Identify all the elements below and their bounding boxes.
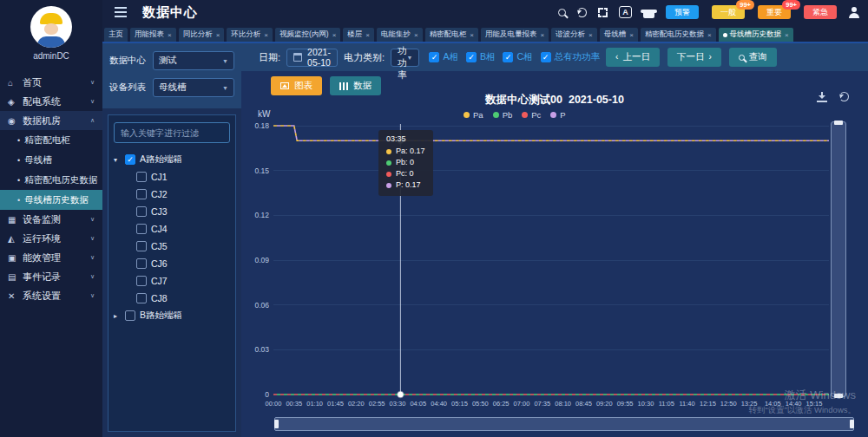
- hamburger-menu-icon[interactable]: [115, 11, 127, 13]
- tab-9[interactable]: 谐波分析×: [551, 28, 597, 42]
- sidebar-item-3[interactable]: ▦设备监测∨: [0, 210, 102, 229]
- sidebar-item-1[interactable]: ◈配电系统∨: [0, 92, 102, 111]
- sidebar-subitem-2-0[interactable]: •精密配电柜: [0, 130, 102, 150]
- tree-child-0-4[interactable]: CJ5: [114, 238, 230, 255]
- tree-child-0-7[interactable]: CJ8: [114, 290, 230, 307]
- datacenter-select[interactable]: 测试 ▼: [153, 51, 234, 70]
- legend-item-Pb[interactable]: Pb: [493, 110, 513, 120]
- legend-item-Pa[interactable]: Pa: [464, 110, 483, 120]
- tree-checkbox[interactable]: [136, 276, 147, 286]
- date-picker[interactable]: 2021-05-10: [286, 49, 338, 67]
- tab-5[interactable]: 楼层×: [343, 28, 374, 42]
- tab-10[interactable]: 母线槽×: [600, 28, 638, 42]
- fullscreen-icon[interactable]: [598, 8, 608, 17]
- tooltip-value: Pb: 0: [396, 157, 414, 168]
- tree-checkbox[interactable]: [136, 189, 147, 199]
- tree-checkbox[interactable]: [136, 224, 147, 234]
- tree-checkbox[interactable]: [136, 241, 147, 251]
- tree-checkbox[interactable]: [136, 293, 147, 303]
- tab-close-icon[interactable]: ×: [707, 31, 712, 39]
- sidebar-subitem-2-3[interactable]: •母线槽历史数据: [0, 190, 102, 210]
- tree-child-0-5[interactable]: CJ6: [114, 255, 230, 272]
- alert-button-0[interactable]: 预警: [666, 5, 699, 19]
- tree-checkbox[interactable]: [125, 310, 135, 321]
- alert-button-3[interactable]: 紧急: [804, 5, 837, 19]
- sidebar-item-7[interactable]: ✕系统设置∨: [0, 286, 102, 305]
- zoom-handle-top[interactable]: [834, 121, 843, 125]
- prev-day-button[interactable]: ‹上一日: [606, 48, 660, 67]
- sidebar-subitem-2-1[interactable]: •母线槽: [0, 150, 102, 170]
- tree-node-1[interactable]: ▸B路始端箱: [114, 307, 230, 324]
- legend-item-P[interactable]: P: [550, 110, 565, 120]
- tab-close-icon[interactable]: ×: [540, 31, 544, 39]
- search-icon[interactable]: [558, 9, 566, 16]
- tree-node-label: CJ6: [151, 258, 168, 269]
- tab-11[interactable]: 精密配电历史数据×: [641, 28, 716, 42]
- tree-child-0-6[interactable]: CJ7: [114, 272, 230, 290]
- tab-close-icon[interactable]: ×: [470, 31, 474, 39]
- phase-checkbox-3[interactable]: ✓总有功功率: [541, 51, 601, 63]
- tab-close-icon[interactable]: ×: [589, 31, 593, 39]
- tab-close-icon[interactable]: ×: [264, 31, 268, 39]
- tree-child-0-1[interactable]: CJ2: [114, 186, 230, 203]
- query-button[interactable]: 查询: [729, 48, 777, 67]
- sidebar-item-2[interactable]: ◉数据机房∧: [0, 111, 102, 130]
- zoom-handle-right[interactable]: [850, 420, 854, 428]
- zoom-handle-left[interactable]: [274, 420, 279, 428]
- tree-checkbox[interactable]: [136, 206, 147, 217]
- sidebar-item-0[interactable]: ⌂首页∨: [0, 73, 102, 92]
- chart-refresh-icon[interactable]: [839, 92, 849, 101]
- phase-checkbox-0[interactable]: ✓A相: [429, 51, 458, 63]
- tab-close-icon[interactable]: ×: [365, 31, 370, 39]
- tree-child-0-3[interactable]: CJ4: [114, 220, 230, 238]
- tree-checkbox[interactable]: [136, 258, 147, 269]
- tab-close-icon[interactable]: ×: [629, 31, 634, 39]
- language-icon[interactable]: A: [619, 6, 632, 18]
- tab-7[interactable]: 精密配电柜×: [425, 28, 478, 42]
- vertical-zoom-slider[interactable]: [831, 121, 846, 397]
- tab-close-icon[interactable]: ×: [785, 31, 789, 39]
- device-list-select[interactable]: 母线槽 ▼: [153, 78, 234, 97]
- tree-filter-input[interactable]: [114, 122, 230, 143]
- avatar[interactable]: [30, 6, 72, 48]
- alert-buttons: 预警一般99+重要99+紧急: [666, 5, 837, 19]
- theme-icon[interactable]: [643, 7, 654, 18]
- tab-close-icon[interactable]: ×: [168, 31, 172, 39]
- tab-12[interactable]: 母线槽历史数据×: [719, 28, 793, 42]
- phase-checkbox-1[interactable]: ✓B相: [466, 51, 496, 63]
- alert-button-2[interactable]: 重要99+: [758, 5, 791, 19]
- tree-checkbox[interactable]: [136, 172, 147, 182]
- tree-checkbox[interactable]: ✓: [125, 154, 135, 165]
- horizontal-zoom-slider[interactable]: [274, 417, 854, 431]
- tab-close-icon[interactable]: ×: [332, 31, 337, 39]
- tree-expand-icon[interactable]: ▸: [114, 312, 121, 320]
- chart-plot-area[interactable]: [273, 124, 829, 396]
- tab-close-icon[interactable]: ×: [216, 31, 220, 39]
- tab-6[interactable]: 电能集抄×: [377, 28, 423, 42]
- user-icon[interactable]: [848, 7, 859, 18]
- legend-item-Pc[interactable]: Pc: [522, 110, 541, 120]
- tab-0[interactable]: 主页: [104, 28, 128, 42]
- download-icon[interactable]: [817, 92, 827, 102]
- tree-child-0-2[interactable]: CJ3: [114, 203, 230, 220]
- tab-1[interactable]: 用能报表×: [130, 28, 176, 42]
- tree-collapse-icon[interactable]: ▾: [114, 156, 121, 164]
- tab-8[interactable]: 用能及电量报表×: [481, 28, 549, 42]
- sidebar-item-4[interactable]: ◭运行环境∨: [0, 229, 102, 248]
- power-type-select[interactable]: 有功功率 ▼: [391, 49, 419, 67]
- sidebar-subitem-2-2[interactable]: •精密配电历史数据: [0, 170, 102, 190]
- tree-node-0[interactable]: ▾✓A路始端箱: [114, 151, 230, 168]
- tab-close-icon[interactable]: ×: [414, 31, 418, 39]
- tab-4[interactable]: 视频监控(内网)×: [275, 28, 340, 42]
- tab-3[interactable]: 环比分析×: [227, 28, 273, 42]
- tab-2[interactable]: 同比分析×: [179, 28, 225, 42]
- tree-child-0-0[interactable]: CJ1: [114, 168, 230, 186]
- next-day-button[interactable]: 下一日›: [667, 48, 721, 67]
- sidebar-item-5[interactable]: ▣能效管理∨: [0, 248, 102, 267]
- refresh-icon[interactable]: [577, 8, 587, 17]
- zoom-handle-bottom[interactable]: [834, 394, 843, 398]
- phase-checkbox-2[interactable]: ✓C相: [503, 51, 532, 63]
- alert-button-1[interactable]: 一般99+: [712, 5, 745, 19]
- sidebar-item-6[interactable]: ▤事件记录∨: [0, 267, 102, 286]
- x-tick-label: 05:15: [451, 400, 468, 408]
